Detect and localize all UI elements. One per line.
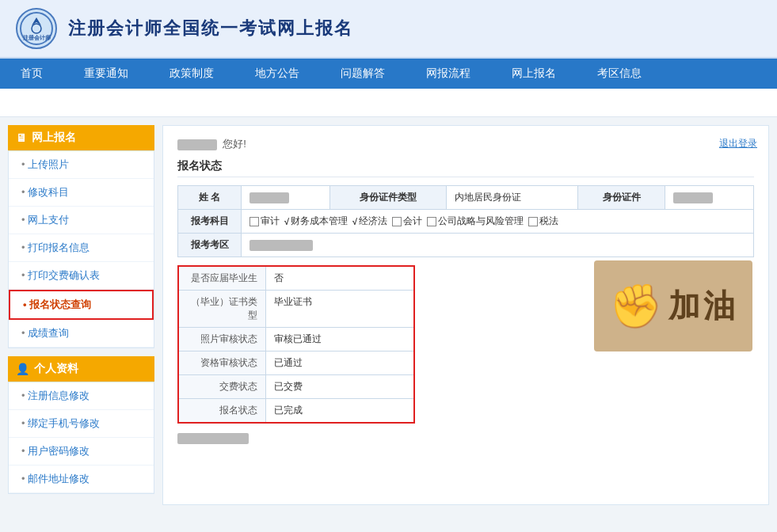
exam-area-blurred (249, 240, 313, 251)
reg-status-value: 已完成 (266, 399, 310, 422)
header: 注册会计师 注册会计师全国统一考试网上报名 (0, 0, 777, 59)
strategy-label: 公司战略与风险管理 (438, 215, 524, 228)
cost-mgmt-check-mark: √ (284, 217, 289, 226)
status-row-grad: 是否应届毕业生 否 (179, 267, 413, 291)
search-bar (0, 89, 777, 117)
name-label: 姓 名 (178, 186, 242, 210)
sidebar-item-print-confirm[interactable]: 打印交费确认表 (9, 262, 154, 290)
sidebar-online-reg-section: 🖥 网上报名 上传照片 修改科目 网上支付 打印报名信息 打印交费确认表 报名状… (8, 125, 154, 348)
sidebar-item-upload-photo[interactable]: 上传照片 (9, 151, 154, 179)
watermark-content: ✊ 加油 (609, 281, 738, 331)
sidebar-item-phone[interactable]: 绑定手机号修改 (9, 410, 154, 438)
tax-label: 税法 (539, 215, 558, 228)
id-type-label: 身份证件类型 (330, 186, 447, 210)
id-label: 身份证件 (578, 186, 665, 210)
logout-button[interactable]: 退出登录 (719, 137, 757, 150)
econ-law-check-mark: √ (352, 217, 357, 226)
qual-label: 资格审核状态 (179, 352, 266, 374)
reg-status-label: 报名状态 (179, 399, 266, 422)
qual-value: 已通过 (266, 352, 310, 374)
econ-law-label: 经济法 (359, 215, 387, 228)
sidebar-item-reg-status[interactable]: 报名状态查询 (9, 290, 154, 320)
nav-notice[interactable]: 重要通知 (63, 59, 149, 89)
nav-home[interactable]: 首页 (0, 59, 63, 89)
monitor-icon: 🖥 (16, 131, 27, 144)
bottom-link (177, 433, 249, 444)
sidebar-item-password[interactable]: 用户密码修改 (9, 438, 154, 466)
status-row-photo: 照片审核状态 审核已通过 (179, 328, 413, 352)
subject-cell: 审计 √ 财务成本管理 √ 经济法 (249, 215, 745, 228)
id-value (665, 186, 753, 210)
photo-value: 审核已通过 (266, 328, 329, 351)
audit-label: 审计 (261, 215, 280, 228)
username-blurred (177, 139, 217, 150)
id-type-value: 内地居民身份证 (447, 186, 578, 210)
sidebar-item-email[interactable]: 邮件地址修改 (9, 466, 154, 493)
table-row-name: 姓 名 身份证件类型 内地居民身份证 身份证件 (178, 186, 754, 210)
watermark-text: 加油 (668, 284, 738, 328)
table-row-area: 报考考区 (178, 234, 754, 257)
subject-tax: 税法 (528, 215, 558, 228)
nav-faq[interactable]: 问题解答 (320, 59, 406, 89)
cert-type-label: （毕业）证书类型 (179, 291, 266, 327)
greeting: 您好! (177, 137, 754, 151)
subject-values: 审计 √ 财务成本管理 √ 经济法 (242, 210, 754, 234)
subject-strategy: 公司战略与风险管理 (427, 215, 524, 228)
subject-accounting: 会计 (392, 215, 422, 228)
photo-label: 照片审核状态 (179, 328, 266, 351)
sidebar-personal-items: 注册信息修改 绑定手机号修改 用户密码修改 邮件地址修改 (8, 382, 154, 494)
bottom-area (177, 433, 754, 445)
nav-announcement[interactable]: 地方公告 (234, 59, 320, 89)
nav-policy[interactable]: 政策制度 (149, 59, 234, 89)
area-label: 报考考区 (178, 234, 242, 257)
payment-label: 交费状态 (179, 375, 266, 398)
info-table: 姓 名 身份证件类型 内地居民身份证 身份证件 报考科目 审计 (177, 185, 754, 257)
nav-process[interactable]: 网报流程 (406, 59, 491, 89)
sidebar-online-reg-title: 🖥 网上报名 (8, 125, 154, 150)
content-area: ✊ 加油 您好! 退出登录 报名状态 姓 名 身份证件类型 内地居民身份证 身份… (162, 125, 769, 505)
main-nav: 首页 重要通知 政策制度 地方公告 问题解答 网报流程 网上报名 考区信息 (0, 59, 777, 89)
sidebar-online-reg-items: 上传照片 修改科目 网上支付 打印报名信息 打印交费确认表 报名状态查询 成绩查… (8, 150, 154, 348)
payment-value: 已交费 (266, 375, 310, 398)
subject-audit: 审计 (249, 215, 280, 228)
sidebar-item-reg-info[interactable]: 注册信息修改 (9, 382, 154, 410)
section-title: 报名状态 (177, 159, 754, 177)
table-row-subjects: 报考科目 审计 √ 财务成本管理 √ (178, 210, 754, 234)
grad-label: 是否应届毕业生 (179, 267, 266, 290)
main-layout: 🖥 网上报名 上传照片 修改科目 网上支付 打印报名信息 打印交费确认表 报名状… (0, 117, 777, 513)
sidebar-personal-section: 👤 个人资料 注册信息修改 绑定手机号修改 用户密码修改 邮件地址修改 (8, 356, 154, 494)
subject-label: 报考科目 (178, 210, 242, 234)
status-row-payment: 交费状态 已交费 (179, 375, 413, 399)
site-title: 注册会计师全国统一考试网上报名 (68, 17, 353, 40)
area-value (242, 234, 754, 257)
accounting-checkbox (392, 217, 402, 226)
subject-econ-law: √ 经济法 (352, 215, 387, 228)
nav-online-reg[interactable]: 网上报名 (491, 59, 577, 89)
nav-exam-area[interactable]: 考区信息 (577, 59, 662, 89)
sidebar-item-print-info[interactable]: 打印报名信息 (9, 234, 154, 262)
subject-cost-mgmt: √ 财务成本管理 (284, 215, 348, 228)
cert-type-value: 毕业证书 (266, 291, 320, 327)
logo: 注册会计师 (16, 8, 57, 49)
sidebar-item-online-payment[interactable]: 网上支付 (9, 207, 154, 234)
sidebar-personal-title: 👤 个人资料 (8, 356, 154, 382)
sidebar: 🖥 网上报名 上传照片 修改科目 网上支付 打印报名信息 打印交费确认表 报名状… (8, 125, 154, 505)
status-row-qual: 资格审核状态 已通过 (179, 352, 413, 375)
person-icon: 👤 (16, 363, 29, 375)
audit-checkbox (249, 217, 259, 226)
strategy-checkbox (427, 217, 436, 226)
watermark-overlay: ✊ 加油 (594, 260, 752, 352)
grad-value: 否 (266, 267, 291, 290)
status-box: 是否应届毕业生 否 （毕业）证书类型 毕业证书 照片审核状态 审核已通过 资格审… (177, 265, 415, 424)
name-value (242, 186, 330, 210)
status-row-cert-type: （毕业）证书类型 毕业证书 (179, 291, 413, 328)
cost-mgmt-label: 财务成本管理 (291, 215, 348, 228)
fist-icon: ✊ (609, 281, 662, 331)
tax-checkbox (528, 217, 538, 226)
sidebar-item-score-query[interactable]: 成绩查询 (9, 320, 154, 348)
svg-text:注册会计师: 注册会计师 (23, 34, 51, 41)
sidebar-item-modify-subject[interactable]: 修改科目 (9, 179, 154, 207)
accounting-label: 会计 (403, 215, 422, 228)
status-row-reg: 报名状态 已完成 (179, 399, 413, 422)
